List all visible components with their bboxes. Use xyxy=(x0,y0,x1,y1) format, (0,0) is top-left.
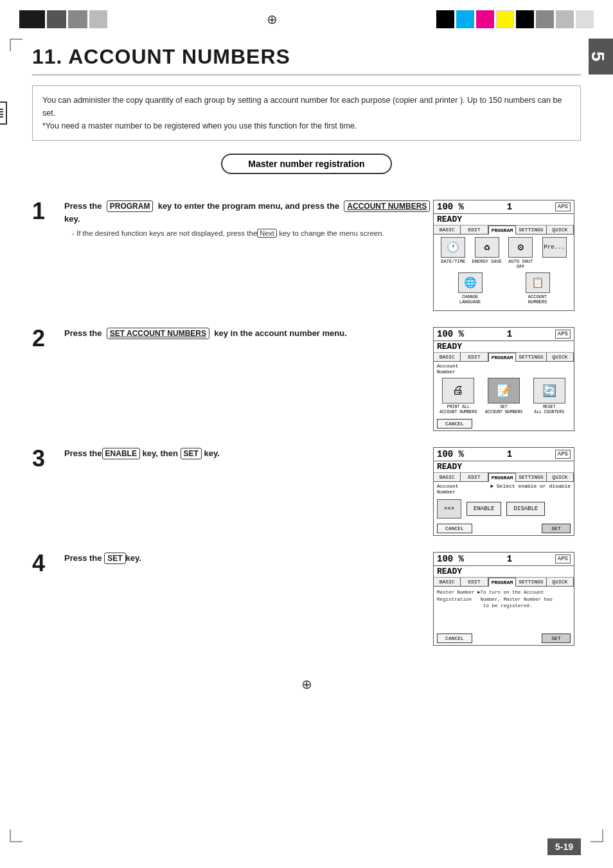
s4-tab-quick: QUICK xyxy=(547,578,574,586)
bottom-compass-icon: ⊕ xyxy=(301,677,312,692)
step-4-left: 4 Press the SETkey. xyxy=(32,552,433,575)
disable-btn[interactable]: DISABLE xyxy=(506,502,545,516)
step-1-sub: - If the desired function keys are not d… xyxy=(72,228,433,239)
screen-4: 100 % 1 APS READY BASIC EDIT PROGRAM SET… xyxy=(433,552,574,646)
s3-tab-quick: QUICK xyxy=(547,473,574,481)
step-2: 2 Press the SET ACCOUNT NUMBERS key in t… xyxy=(32,327,581,432)
set-acct-label: SETACCOUNT NUMBERS xyxy=(485,405,523,416)
s4-tab-edit: EDIT xyxy=(461,578,488,586)
step-4: 4 Press the SETkey. 100 % 1 APS READY BA… xyxy=(32,552,581,646)
energy-icon: ♻ xyxy=(475,237,499,258)
screen-2-footer: CANCEL xyxy=(434,417,574,430)
page-title: 11. ACCOUNT NUMBERS xyxy=(32,45,581,69)
program-key: PROGRAM xyxy=(107,200,154,212)
s3-tab-settings: SETTINGS xyxy=(516,473,546,481)
screen-4-tabs: BASIC EDIT PROGRAM SETTINGS QUICK xyxy=(434,578,574,587)
set-acct-icon: 📝 xyxy=(488,378,520,403)
s3-tab-program: PROGRAM xyxy=(488,473,517,482)
screen-4-footer: CANCEL SET xyxy=(434,632,574,645)
step-1-content: Press the PROGRAM key to enter the progr… xyxy=(64,200,433,239)
s3-tab-edit: EDIT xyxy=(461,473,488,481)
step-2-instruction: Press the SET ACCOUNT NUMBERS key in the… xyxy=(64,327,433,340)
acctnum-icon: 📋 xyxy=(526,272,550,293)
screen-1-tabs: BASIC EDIT PROGRAM SETTINGS QUICK xyxy=(434,226,574,235)
step-1-left: 1 Press the PROGRAM key to enter the pro… xyxy=(32,200,433,239)
set-account-numbers-key: SET ACCOUNT NUMBERS xyxy=(107,328,209,339)
screen-3-num: 1 xyxy=(507,449,512,459)
screen-4-num: 1 xyxy=(507,554,512,564)
note-icon xyxy=(0,102,7,125)
screen-3-cancel-btn[interactable]: CANCEL xyxy=(437,524,472,533)
screen-3-set-btn[interactable]: SET xyxy=(542,524,571,533)
screen-2-tabs: BASIC EDIT PROGRAM SETTINGS QUICK xyxy=(434,353,574,362)
step-2-content: Press the SET ACCOUNT NUMBERS key in the… xyxy=(64,327,433,343)
screen-3-pct: 100 % xyxy=(437,449,464,459)
step-4-content: Press the SETkey. xyxy=(64,552,433,568)
corner-mark-bl xyxy=(10,829,22,842)
icon-pre: Pre... xyxy=(539,237,570,270)
step-2-left: 2 Press the SET ACCOUNT NUMBERS key in t… xyxy=(32,327,433,350)
screen-3-enable-row: ××× ENABLE DISABLE xyxy=(434,496,574,522)
screen-4-aps: APS xyxy=(555,554,571,563)
step-4-screen: 100 % 1 APS READY BASIC EDIT PROGRAM SET… xyxy=(433,552,581,646)
top-marks: ⊕ xyxy=(0,0,613,39)
screen-4-set-btn[interactable]: SET xyxy=(542,633,571,643)
screen-1-num: 1 xyxy=(507,202,512,212)
tab-basic: BASIC xyxy=(434,226,461,234)
tab-quick: QUICK xyxy=(547,226,574,234)
s4-tab-program: PROGRAM xyxy=(488,578,517,587)
icon-acctnum: 📋 ACCOUNT NUMBERS xyxy=(522,272,553,305)
icon-datetime: 🕐 DATE/TIME xyxy=(438,237,468,270)
screen-2-aps: APS xyxy=(555,330,571,339)
screen-3: 100 % 1 APS READY BASIC EDIT PROGRAM SET… xyxy=(433,447,574,536)
reset-all-label: RESETALL COUNTERS xyxy=(534,405,564,416)
language-label: CHANGELANGUAGE xyxy=(459,294,481,305)
main-content: 11. ACCOUNT NUMBERS You can administer t… xyxy=(0,39,613,668)
black-registration-bar xyxy=(19,10,107,28)
page-number: 5-19 xyxy=(547,838,581,855)
step-3-screen: 100 % 1 APS READY BASIC EDIT PROGRAM SET… xyxy=(433,447,581,536)
energy-label: ENERGY SAVE xyxy=(472,259,502,264)
set-key-4: SET xyxy=(104,553,125,564)
screen-1-body: 🕐 DATE/TIME ♻ ENERGY SAVE ⚙ AUTO SHUT OF… xyxy=(434,235,574,310)
screen-1: 100 % 1 APS READY BASIC EDIT PROGRAM SET… xyxy=(433,200,574,311)
s2-tab-basic: BASIC xyxy=(434,353,461,361)
color-registration-bar xyxy=(436,10,594,28)
screen-2-icons: 🖨 PRINT ALLACCOUNT NUMBERS 📝 SETACCOUNT … xyxy=(434,376,574,418)
step-2-screen: 100 % 1 APS READY BASIC EDIT PROGRAM SET… xyxy=(433,327,581,432)
tab-settings: SETTINGS xyxy=(516,226,546,234)
print-all-icon-item: 🖨 PRINT ALLACCOUNT NUMBERS xyxy=(439,378,477,416)
info-box: You can administer the copy quantity of … xyxy=(32,85,581,141)
screen-3-icon: ××× xyxy=(437,499,461,518)
screen-3-ready: READY xyxy=(434,461,574,473)
screen-4-spacer xyxy=(434,612,574,632)
step-4-number: 4 xyxy=(32,552,58,575)
screen-2-pct: 100 % xyxy=(437,329,464,339)
screen-3-tabs: BASIC EDIT PROGRAM SETTINGS QUICK xyxy=(434,473,574,482)
screen-3-footer: CANCEL SET xyxy=(434,522,574,535)
tab-edit: EDIT xyxy=(461,226,488,234)
step-1-screen: 100 % 1 APS READY BASIC EDIT PROGRAM SET… xyxy=(433,200,581,311)
icon-energy: ♻ ENERGY SAVE xyxy=(472,237,502,270)
s4-tab-basic: BASIC xyxy=(434,578,461,586)
screen-2-header: 100 % 1 APS xyxy=(434,328,574,341)
screen-4-cancel-btn[interactable]: CANCEL xyxy=(437,633,472,643)
set-acct-icon-item: 📝 SETACCOUNT NUMBERS xyxy=(484,378,523,416)
section-header-wrap: Master number registration xyxy=(32,154,581,187)
screen-2-cancel-btn[interactable]: CANCEL xyxy=(437,419,472,429)
print-all-label: PRINT ALLACCOUNT NUMBERS xyxy=(440,405,477,416)
step-3-number: 3 xyxy=(32,447,58,470)
enable-btn[interactable]: ENABLE xyxy=(466,502,501,516)
screen-2-num: 1 xyxy=(507,329,512,339)
pre-icon: Pre... xyxy=(542,237,567,258)
datetime-icon: 🕐 xyxy=(441,237,465,258)
step-3-left: 3 Press theENABLE key, then SET key. xyxy=(32,447,433,470)
info-text-2: *You need a master number to be register… xyxy=(42,120,571,132)
bottom-marks: ⊕ xyxy=(0,668,613,700)
step-1: 1 Press the PROGRAM key to enter the pro… xyxy=(32,200,581,311)
account-numbers-key: ACCOUNT NUMBERS xyxy=(344,200,430,212)
s2-tab-program: PROGRAM xyxy=(488,353,517,362)
screen-2: 100 % 1 APS READY BASIC EDIT PROGRAM SET… xyxy=(433,327,574,432)
acctnum-label: ACCOUNT NUMBERS xyxy=(522,294,553,305)
screen-4-ready: READY xyxy=(434,566,574,578)
